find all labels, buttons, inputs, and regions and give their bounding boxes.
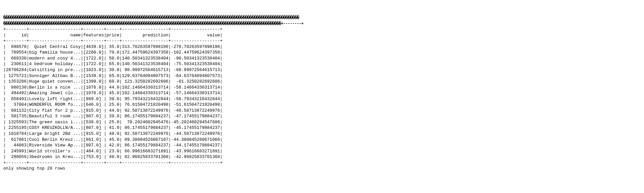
table-row: | 1275721|Sonniger Altbau B...|[1539.0]|… (3, 73, 222, 78)
garble-line-2: ����������������������������������������… (3, 21, 303, 26)
table-row: | 1018784|Large bright 2Bd ...|[915.0] |… (3, 131, 222, 136)
table-row: | 245991|World stroller's ...|[484.0] | … (3, 149, 222, 154)
table-row: | 669330|modern and cosy 4...|[1722.0]| … (3, 56, 222, 61)
table-row: | 681132|City flat for 2 p...|[915.0] | … (3, 108, 222, 113)
table-row: | 880130|Berlin is a nice ...|[1076.0]| … (3, 85, 222, 90)
console-output: ����������������������������������������… (3, 15, 641, 172)
table-row: | 690578| Quiet Central Cosy|[4639.0]| 3… (3, 44, 222, 49)
table-row: | 298056|3bedrooms in Kreu...|[753.0] | … (3, 154, 222, 159)
table-border: +--------+--------------------+--------+… (3, 160, 222, 165)
table-row: | 1353286|Huge quiet conven...|[1399.0]|… (3, 79, 222, 84)
table-row: | 617861|Cool Berlin Kreuz...|[861.0] | … (3, 137, 222, 142)
table-row: | 501735|Beautiful 3 room ...|[807.0] | … (3, 114, 222, 119)
table-row: | 2255195|COSY KREUZKOLLN/A...|[807.0] |… (3, 125, 222, 130)
table-row: | 494492|Amazing Jewel clo...|[1076.0]| … (3, 91, 222, 96)
table-border: +--------+--------------------+--------+… (3, 27, 222, 32)
table-row: | 37004|WONDERFUL ROOM fo...|[646.0] | 2… (3, 102, 222, 107)
table-row: |28706284|Catsitting in pre...|[1023.0]|… (3, 67, 222, 72)
table-row: | 44083|Riverside View Ap...|[807.0] | 4… (3, 143, 222, 148)
table-row: | 789554|big familia house...|[2260.0]| … (3, 50, 222, 55)
garble-line-1: ����������������������������������������… (3, 15, 299, 20)
table-row: | 230611|4 bedroom holiday...|[1722.0]| … (3, 61, 222, 66)
table-row: | 658491|Lovely loft right...|[969.0] | … (3, 96, 222, 101)
table-footer: only showing top 20 rows (3, 166, 65, 171)
table-header: | id| name|features|price| prediction| v… (3, 33, 222, 38)
table-border: +--------+--------------------+--------+… (3, 38, 222, 43)
table-row: | 1325593|The green oasis i...|[538.0] |… (3, 120, 222, 125)
